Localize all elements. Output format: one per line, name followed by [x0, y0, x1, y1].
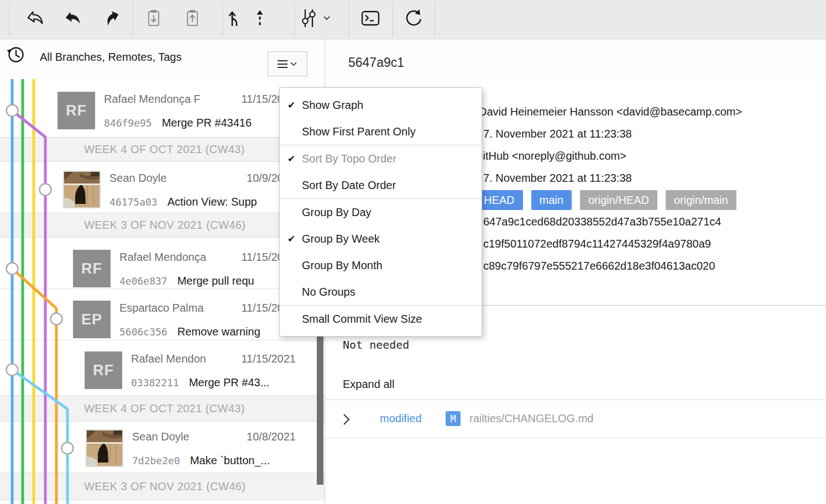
commit-author-name: Sean Doyle [109, 171, 166, 185]
commit-row-7d2be2e0[interactable]: Sean Doyle10/8/20217d2be2e0Make `button_… [0, 422, 325, 473]
week-separator: WEEK 4 OF OCT 2021 (CW43) [0, 137, 325, 162]
commit-committer-date: 7. November 2021 at 11:23:38 [483, 171, 632, 185]
hamburger-chevron-icon [274, 53, 301, 75]
week-separator-label: WEEK 3 OF NOV 2021 (CW46) [84, 219, 245, 232]
commit-short-hash: 7d2be2e0 [132, 455, 180, 466]
file-row[interactable]: modified M railties/CHANGELOG.md [325, 400, 826, 438]
menu-item-sort-by-topo-order[interactable]: ✔Sort By Topo Order [280, 145, 482, 172]
commit-message: Not needed [343, 338, 409, 351]
commit-options-button[interactable] [297, 6, 333, 33]
push-clipboard-icon [181, 7, 203, 32]
terminal-icon [359, 7, 381, 32]
merge-branch-icon [223, 7, 245, 32]
fetch-dashed-arrow-button[interactable] [247, 6, 273, 33]
week-separator: WEEK 3 OF NOV 2021 (CW46) [0, 473, 325, 500]
week-separator-label: WEEK 4 OF OCT 2021 (CW43) [84, 402, 245, 415]
commit-message-summary: Make `button_... [190, 454, 270, 466]
commit-list-options-menu: ✔Show GraphShow First Parent Only✔Sort B… [279, 87, 482, 337]
undo-filled-icon [62, 7, 85, 32]
ref-badges: HEADmainorigin/HEADorigin/main [475, 190, 736, 210]
menu-item-label: Sort By Date Order [302, 179, 396, 192]
menu-item-label: Group By Month [302, 259, 383, 272]
commit-author-name: Rafael Mendonça F [104, 92, 201, 106]
branch-filter-label: All Branches, Remotes, Tags [40, 51, 181, 64]
commit-list: RFRafael Mendonça F11/15/2021846f9e95Mer… [0, 79, 325, 504]
commit-row-4e06e837[interactable]: RFRafael Mendonça11/15/20214e06e837Merge… [0, 238, 325, 288]
file-modified-badge: M [446, 411, 461, 426]
history-icon [5, 44, 26, 65]
commit-message-summary: Action View: Supp [168, 196, 257, 208]
header-bar: All Branches, Remotes, Tags 5647a9c1 [0, 39, 826, 80]
file-status-label: modified [380, 412, 422, 425]
ref-badge-head[interactable]: HEAD [475, 190, 523, 210]
menu-item-show-first-parent-only[interactable]: Show First Parent Only [280, 118, 482, 145]
menu-item-group-by-week[interactable]: ✔Group By Week [280, 225, 482, 252]
undo-filled-button[interactable] [60, 6, 87, 33]
avatar-initials: RF [57, 92, 95, 129]
menu-item-small-commit-view-size[interactable]: Small Commit View Size [280, 306, 482, 332]
avatar-photo [63, 171, 101, 208]
expand-all-link[interactable]: Expand all [343, 378, 394, 391]
ref-badge-origin-main[interactable]: origin/main [666, 190, 736, 210]
week-separator: WEEK 3 OF NOV 2021 (CW46) [0, 213, 325, 238]
commit-committer: GitHub <noreply@github.com> [474, 149, 626, 162]
week-separator: WEEK 4 OF OCT 2021 (CW43) [0, 395, 325, 422]
menu-item-label: Group By Week [302, 233, 380, 245]
toolbar-separator [9, 2, 10, 37]
menu-item-no-groups[interactable]: No Groups [280, 279, 482, 305]
menu-item-label: Group By Day [302, 206, 372, 219]
avatar-initials: EP [73, 301, 111, 338]
commit-date: 10/8/2021 [247, 430, 296, 443]
redo-filled-button[interactable] [98, 6, 125, 33]
refresh-icon [402, 7, 424, 32]
commit-message-summary: Remove warning [177, 326, 260, 338]
menu-item-label: No Groups [302, 286, 356, 298]
avatar-initials: RF [85, 351, 122, 389]
refresh-button[interactable] [400, 6, 426, 33]
menu-item-label: Show Graph [302, 99, 363, 112]
toolbar-separator [133, 2, 133, 37]
commit-row-5606c356[interactable]: EPEspartaco Palma11/15/20215606c356Remov… [0, 288, 325, 340]
undo-outline-icon [25, 7, 47, 32]
commit-short-hash: 46175a03 [109, 196, 158, 208]
undo-outline-button[interactable] [23, 6, 49, 33]
terminal-button[interactable] [357, 6, 384, 33]
toolbar-separator [294, 2, 295, 37]
chevron-right-icon[interactable] [343, 413, 351, 428]
file-path: railties/CHANGELOG.md [469, 412, 594, 425]
week-separator-label: WEEK 3 OF NOV 2021 (CW46) [84, 480, 245, 493]
commit-id-header: 5647a9c1 [348, 55, 404, 70]
commit-author-name: Espartaco Palma [119, 301, 203, 314]
toolbar [0, 0, 826, 39]
toolbar-separator [348, 2, 349, 37]
ref-badge-origin-head[interactable]: origin/HEAD [580, 190, 657, 210]
menu-item-show-graph[interactable]: ✔Show Graph [280, 92, 482, 118]
menu-item-group-by-month[interactable]: Group By Month [280, 252, 482, 279]
commit-row-46175a03[interactable]: Sean Doyle10/9/202146175a03Action View: … [0, 162, 325, 213]
commit-author-name: Sean Doyle [132, 430, 189, 443]
menu-item-sort-by-date-order[interactable]: Sort By Date Order [280, 172, 482, 198]
commit-author-date: 7. November 2021 at 11:23:38 [483, 127, 632, 140]
menu-item-label: Sort By Topo Order [302, 153, 396, 165]
commit-message-summary: Merge pull requ [177, 275, 254, 287]
commit-list-options-button[interactable] [268, 51, 307, 76]
ref-badge-main[interactable]: main [531, 190, 572, 210]
commit-author: David Heinemeier Hansson <david@basecamp… [479, 105, 742, 118]
commit-short-hash: 03382211 [131, 377, 179, 389]
menu-item-label: Show First Parent Only [302, 125, 416, 138]
toolbar-separator [393, 2, 393, 37]
pull-clipboard-button[interactable] [140, 6, 167, 33]
checkmark-icon: ✔ [287, 153, 302, 165]
toolbar-separator [222, 2, 223, 37]
commit-row-03382211[interactable]: RFRafael Mendon11/15/202103382211Merge P… [0, 340, 325, 395]
parent-hash-1: c19f5011072edf8794c11427445329f4a9780a9 [483, 238, 711, 250]
week-separator-label: WEEK 4 OF OCT 2021 (CW43) [84, 143, 245, 156]
commit-row-846f9e95[interactable]: RFRafael Mendonça F11/15/2021846f9e95Mer… [0, 79, 325, 137]
menu-item-group-by-day[interactable]: Group By Day [280, 199, 482, 225]
redo-filled-icon [101, 7, 123, 32]
avatar-initials: RF [73, 250, 111, 287]
commit-short-hash: 5606c356 [119, 326, 168, 338]
push-clipboard-button[interactable] [179, 6, 206, 33]
merge-branch-button[interactable] [221, 6, 248, 33]
commit-author-name: Rafael Mendon [131, 352, 206, 365]
